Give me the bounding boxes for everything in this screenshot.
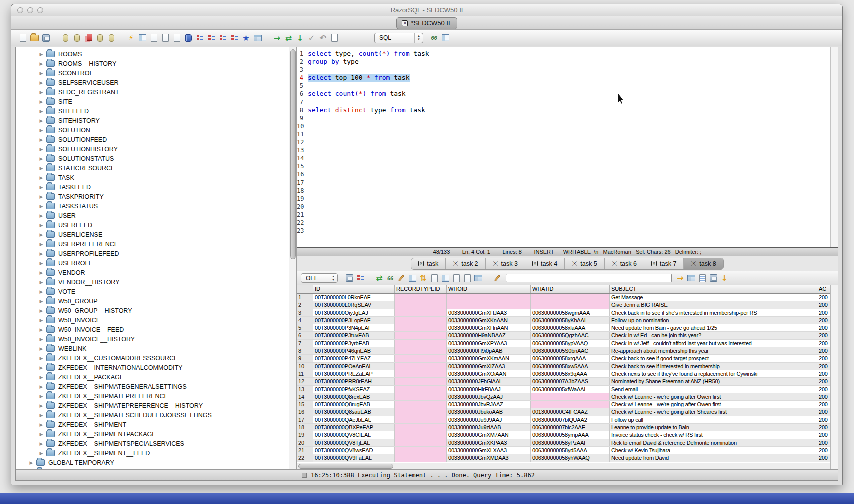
cell-whoid[interactable]: 0033000000GmXKnAAN — [447, 317, 531, 324]
copy-grid-icon[interactable] — [473, 273, 484, 284]
convert-page-icon[interactable] — [160, 32, 172, 44]
cell-ac[interactable]: 200 — [818, 447, 830, 454]
cell-recordtypeid[interactable] — [395, 363, 447, 370]
cell-whatid[interactable]: 00630000007blQUAA2 — [531, 416, 610, 424]
cell-recordtypeid[interactable] — [395, 401, 447, 408]
cell-id[interactable]: 00T3000000P3LopEAF — [314, 317, 395, 324]
cell-ac[interactable]: 200 — [818, 386, 830, 393]
cell-whoid[interactable]: 0033000000Ju9zlAAB — [447, 424, 531, 431]
cell-whatid[interactable]: 006300000058ypVAAQ — [531, 340, 610, 347]
cell-whoid[interactable]: 0033000000GmXOiAAN — [447, 370, 531, 378]
favorites-star-icon[interactable]: ★ — [240, 32, 252, 44]
result-tab-task-3[interactable]: ×task 3 — [486, 258, 526, 270]
cell-recordtypeid[interactable] — [395, 408, 447, 416]
table-row[interactable]: 900T3000000P47LYEAZ0033000000GmXKmAAN006… — [297, 355, 830, 362]
go-forward-icon[interactable]: → — [272, 32, 283, 44]
cell-whoid[interactable]: 0033000000HirF8AAJ — [447, 386, 531, 393]
row-number-cell[interactable]: 7 — [297, 340, 314, 347]
save-results-icon[interactable] — [344, 273, 355, 284]
result-tab-task-2[interactable]: ×task 2 — [446, 258, 486, 270]
connect-database-icon[interactable] — [60, 32, 72, 44]
close-tab-icon[interactable]: × — [572, 261, 578, 266]
tree-item-rooms-history[interactable]: ▶ROOMS__HISTORY — [16, 59, 288, 68]
tree-item-scontrol[interactable]: ▶SCONTROL — [16, 68, 288, 78]
tree-item-zkfedex-shipmentpackage[interactable]: ▶ZKFEDEX__SHIPMENTPACKAGE — [16, 430, 288, 439]
cell-whoid[interactable]: 0033000000Ju9J9AAJ — [447, 416, 531, 424]
cell-ac[interactable]: 200 — [818, 416, 830, 424]
row-number-cell[interactable]: 17 — [297, 416, 314, 424]
tree-item-vendor-history[interactable]: ▶VENDOR__HISTORY — [16, 278, 288, 287]
cell-subject[interactable]: Follow up call — [610, 416, 818, 424]
disclosure-triangle-icon[interactable]: ▶ — [38, 166, 44, 171]
find-next-icon[interactable]: → — [675, 273, 686, 284]
fetch-down-icon[interactable]: ↓ — [294, 32, 306, 44]
tree-item-solutionfeed[interactable]: ▶SOLUTIONFEED — [16, 135, 288, 144]
disclosure-triangle-icon[interactable]: ▶ — [38, 147, 44, 152]
tree-item-zkfedex-customaddresssource[interactable]: ▶ZKFEDEX__CUSTOMADDRESSSOURCE — [16, 354, 288, 363]
cell-id[interactable]: 00T3000000Q8rugEAB — [314, 401, 395, 408]
cell-id[interactable]: 00T3000000P47LYEAZ — [314, 355, 395, 362]
table-row[interactable]: 1500T3000000Q8rugEAB0033000000JbvRJAAZCh… — [297, 401, 830, 408]
disclosure-triangle-icon[interactable]: ▶ — [38, 328, 44, 332]
edit-page-icon[interactable] — [172, 32, 183, 44]
tree-item-taskstatus[interactable]: ▶TASKSTATUS — [16, 202, 288, 211]
form-view-icon[interactable] — [440, 273, 451, 284]
cell-whatid[interactable]: 006300000058yhWAAQ — [531, 454, 610, 462]
tree-item-w50-group[interactable]: ▶W50_GROUP — [16, 296, 288, 306]
query-log-notes-icon[interactable] — [329, 32, 340, 44]
disclosure-triangle-icon[interactable]: ▶ — [38, 62, 44, 66]
cell-whatid[interactable] — [531, 294, 610, 301]
disclosure-triangle-icon[interactable]: ▶ — [38, 100, 44, 104]
cell-whatid[interactable] — [531, 302, 610, 308]
tree-item-vendor[interactable]: ▶VENDOR — [16, 268, 288, 278]
cell-ac[interactable]: 200 — [818, 348, 830, 354]
cell-ac[interactable]: 200 — [818, 440, 830, 446]
cell-whoid[interactable]: 0033000000H9i0pAAB — [447, 348, 531, 354]
table-row[interactable]: 300T3000000OiyJgEAJ0033000000GmXHJAA3006… — [297, 310, 830, 317]
cell-ac[interactable]: 200 — [818, 408, 830, 416]
dropdown-stepper-icon[interactable]: ▲▼ — [414, 34, 423, 43]
new-file-icon[interactable] — [18, 32, 29, 44]
table-row[interactable]: 500T3000000P3N4pEAF0033000000GmXHnAAN006… — [297, 324, 830, 332]
table-row[interactable]: 2100T3000000QV8wsEAD0033000000GmXLXAA300… — [297, 447, 830, 454]
tree-item-w50-invoice-history[interactable]: ▶W50_INVOICE__HISTORY — [16, 334, 288, 344]
column-header-recordtypeid[interactable]: RECORDTYPEID — [395, 286, 447, 294]
cell-id[interactable]: 00T3000000L0RqSEAV — [314, 302, 395, 308]
disclosure-triangle-icon[interactable]: ▶ — [38, 185, 44, 190]
tree-item-task[interactable]: ▶TASK — [16, 173, 288, 182]
autocommit-dropdown[interactable]: OFF ▲▼ — [301, 274, 338, 283]
disclosure-triangle-icon[interactable]: ▶ — [38, 442, 44, 446]
disclosure-triangle-icon[interactable]: ▶ — [38, 80, 44, 86]
cell-whatid[interactable]: 006300000058yPzAAI — [531, 440, 610, 446]
cell-whoid[interactable]: 0033000000GmXMDAA3 — [447, 454, 531, 462]
column-header-ac[interactable]: AC — [818, 286, 830, 294]
execute-quotes-icon[interactable]: 66 — [428, 32, 440, 44]
cell-subject[interactable]: Check w/ Leanne - we're going after Shea… — [610, 408, 818, 416]
cell-whoid[interactable]: 0033000000GmXM7AAN — [447, 432, 531, 438]
edit-cell-icon[interactable] — [396, 273, 407, 284]
table-row[interactable]: 1900T3000000QV8CfEAL0033000000GmXM7AAN00… — [297, 432, 830, 439]
cell-ac[interactable]: 200 — [818, 363, 830, 370]
result-tab-task-5[interactable]: ×task 5 — [565, 258, 604, 270]
cell-whatid[interactable]: 006300000058xw5AAA — [531, 363, 610, 370]
cell-recordtypeid[interactable] — [395, 386, 447, 393]
cell-ac[interactable]: 200 — [818, 332, 830, 339]
editor-scrollbar[interactable] — [830, 48, 838, 247]
disclosure-triangle-icon[interactable]: ▶ — [38, 232, 44, 238]
cell-ac[interactable]: 200 — [818, 294, 830, 301]
reload-page-icon[interactable] — [429, 273, 440, 284]
title-bar[interactable]: RazorSQL - SFDCW50 II — [12, 4, 842, 16]
table-row[interactable]: 100T3000000L0RknEAFGet Massage200 — [297, 294, 830, 302]
compare-list-icon[interactable] — [218, 32, 229, 44]
save-grid-icon[interactable] — [708, 273, 719, 284]
highlighter-pen-icon[interactable] — [492, 273, 503, 284]
tree-item-zkfedex-package[interactable]: ▶ZKFEDEX__PACKAGE — [16, 372, 288, 382]
tree-item-userlicense[interactable]: ▶USERLICENSE — [16, 230, 288, 240]
tree-item-sfdc-registrant[interactable]: ▶SFDC_REGISTRANT — [16, 88, 288, 97]
tree-item-userfeed[interactable]: ▶USERFEED — [16, 220, 288, 230]
rollback-undo-icon[interactable]: ↶ — [318, 32, 329, 44]
describe-list-icon[interactable] — [194, 32, 206, 44]
column-header-id[interactable]: ID — [314, 286, 395, 294]
row-number-cell[interactable]: 10 — [297, 363, 314, 370]
copy-results-icon[interactable] — [462, 273, 473, 284]
